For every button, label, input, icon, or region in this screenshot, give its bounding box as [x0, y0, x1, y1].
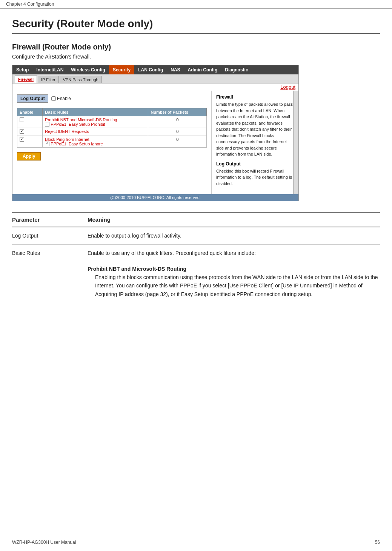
section-description: Configure the AirStation's firewall.: [12, 54, 380, 60]
panel-split: Log Output Enable Enable Basic Rules Num…: [12, 91, 298, 194]
nav-tab-nas[interactable]: NAS: [167, 65, 184, 74]
table-row: Reject IDENT Requests 0: [17, 128, 207, 136]
row1-rule: Prohibit NBT and Microsoft-DS Routing PP…: [43, 116, 148, 128]
table-row: Block Ping from Internet PPPoE1: Easy Se…: [17, 136, 207, 148]
row2-checkbox[interactable]: [20, 129, 24, 134]
firewall-help-title: Firewall: [216, 94, 294, 100]
row2-rule: Reject IDENT Requests: [43, 128, 148, 136]
sub-tab-ip-filter[interactable]: IP Filter: [38, 76, 59, 83]
router-footer: (C)2000-2010 BUFFALO INC. All rights res…: [12, 194, 298, 201]
param-name-log-output: Log Output: [12, 227, 88, 245]
parameter-table: Parameter Meaning Log Output Enable to o…: [12, 213, 380, 303]
row1-checkbox[interactable]: [20, 117, 24, 122]
section-title: Firewall (Router Mode only): [12, 43, 380, 51]
param-name-basic-rules: Basic Rules: [12, 245, 88, 303]
row3-checkbox[interactable]: [20, 137, 24, 142]
logout-button[interactable]: Logout: [280, 84, 295, 90]
chapter-header: Chapter 4 Configuration: [0, 0, 392, 9]
right-panel: Firewall Limits the type of packets allo…: [212, 91, 298, 194]
log-output-help-text: Checking this box will record Firewall i…: [216, 168, 294, 187]
prohibit-nbt-title: Prohibit NBT and Microsoft-DS Routing: [88, 265, 380, 273]
page-footer: WZR-HP-AG300H User Manual 56: [0, 538, 392, 545]
log-output-row: Log Output Enable: [17, 94, 207, 103]
page-title: Security (Router Mode only): [12, 18, 380, 34]
row3-enable[interactable]: [17, 136, 43, 148]
logout-row: Logout: [12, 83, 298, 91]
nav-tab-internet-lan[interactable]: Internet/LAN: [32, 65, 67, 74]
param-meaning-basic-rules: Enable to use any of the quick filters. …: [88, 245, 380, 303]
param-row-log-output: Log Output Enable to output a log of fir…: [12, 227, 380, 245]
left-panel: Log Output Enable Enable Basic Rules Num…: [12, 91, 212, 194]
prohibit-nbt-text: Enabling this blocks communication using…: [88, 273, 380, 298]
log-output-checkbox[interactable]: [51, 96, 56, 101]
param-meaning-log-output: Enable to output a log of firewall activ…: [88, 227, 380, 245]
log-output-help-title: Log Output: [216, 161, 294, 167]
row2-packets: 0: [148, 128, 207, 136]
log-output-label: Log Output: [17, 94, 48, 103]
footer-left: WZR-HP-AG300H User Manual: [12, 540, 76, 545]
row3-rule: Block Ping from Internet PPPoE1: Easy Se…: [43, 136, 148, 148]
row3-sub-checkbox[interactable]: [45, 142, 49, 146]
row2-enable[interactable]: [17, 128, 43, 136]
row1-sub-rule: PPPoE1: Easy Setup Prohibit: [45, 122, 146, 127]
firewall-table: Enable Basic Rules Number of Packets: [17, 108, 207, 148]
param-col-header: Parameter: [12, 213, 88, 227]
row3-sub-rule: PPPoE1: Easy Setup Ignore: [45, 142, 146, 146]
main-content: Security (Router Mode only) Firewall (Ro…: [0, 9, 392, 315]
param-row-basic-rules: Basic Rules Enable to use any of the qui…: [12, 245, 380, 303]
table-row: Prohibit NBT and Microsoft-DS Routing PP…: [17, 116, 207, 128]
nav-tabs: Setup Internet/LAN Wireless Config Secur…: [12, 65, 298, 74]
row1-packets: 0: [148, 116, 207, 128]
nav-tab-admin-config[interactable]: Admin Config: [184, 65, 221, 74]
apply-button[interactable]: Apply: [17, 152, 41, 161]
scrollbar[interactable]: [293, 91, 298, 194]
col-enable: Enable: [17, 108, 43, 116]
firewall-help-text: Limits the type of packets allowed to pa…: [216, 101, 294, 157]
nav-tab-security[interactable]: Security: [109, 65, 134, 74]
router-ui-panel: Setup Internet/LAN Wireless Config Secur…: [12, 65, 299, 201]
nav-tab-lan-config[interactable]: LAN Config: [134, 65, 167, 74]
sub-tab-vpn[interactable]: VPN Pass Through: [60, 76, 102, 83]
sub-tabs: Firewall IP Filter VPN Pass Through: [12, 74, 298, 83]
log-output-checkbox-label[interactable]: Enable: [51, 96, 71, 101]
meaning-col-header: Meaning: [88, 213, 380, 227]
nav-tab-diagnostic[interactable]: Diagnostic: [221, 65, 252, 74]
sub-tab-firewall[interactable]: Firewall: [15, 76, 37, 83]
nav-tab-wireless-config[interactable]: Wireless Config: [67, 65, 109, 74]
footer-right: 56: [375, 540, 380, 545]
col-packets: Number of Packets: [148, 108, 207, 116]
nav-tab-setup[interactable]: Setup: [12, 65, 32, 74]
row3-packets: 0: [148, 136, 207, 148]
row1-enable[interactable]: [17, 116, 43, 128]
row1-sub-checkbox[interactable]: [45, 122, 49, 127]
col-basic-rules: Basic Rules: [43, 108, 148, 116]
